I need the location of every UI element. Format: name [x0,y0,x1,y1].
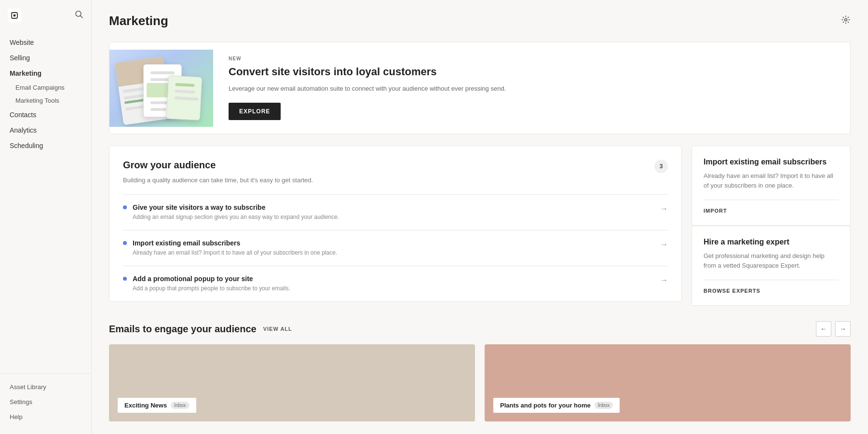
emails-header: Emails to engage your audience VIEW ALL … [109,321,851,337]
hero-device-3 [166,75,203,121]
import-card-title: Import existing email subscribers [704,158,839,166]
import-link[interactable]: IMPORT [704,200,839,214]
sidebar-item-help[interactable]: Help [0,409,91,424]
sidebar-item-email-campaigns[interactable]: Email Campaigns [0,81,91,94]
emails-title: Emails to engage your audience [109,324,257,335]
emails-section: Emails to engage your audience VIEW ALL … [109,321,851,421]
browse-experts-link[interactable]: BROWSE EXPERTS [704,280,839,294]
audience-badge: 3 [654,160,668,173]
audience-dot-1 [123,205,127,209]
audience-description: Building a quality audience can take tim… [123,176,668,185]
audience-card: Grow your audience 3 Building a quality … [109,146,682,302]
audience-item-1-desc: Adding an email signup section gives you… [133,213,660,221]
email-card-1-label: Exciting News Inbox [118,398,196,413]
email-card-2-name: Plants and pots for your home [500,402,591,409]
hero-content: NEW Convert site visitors into loyal cus… [213,42,850,134]
main-content: Marketing [92,0,868,434]
page-title: Marketing [109,14,168,28]
sidebar-item-marketing[interactable]: Marketing [0,66,91,81]
svg-point-1 [14,14,16,17]
expert-card-title: Hire a marketing expert [704,238,839,246]
sidebar-item-marketing-tools[interactable]: Marketing Tools [0,94,91,107]
audience-item-3-desc: Add a popup that prompts people to subsc… [133,285,660,293]
sidebar-bottom: Asset Library Settings Help [0,373,91,434]
sidebar-item-scheduling[interactable]: Scheduling [0,138,91,153]
view-all-link[interactable]: VIEW ALL [263,326,292,332]
email-card-1[interactable]: Exciting News Inbox [109,344,475,421]
hero-image [109,50,213,127]
email-card-2-badge: Inbox [595,402,613,409]
page-header: Marketing [109,14,851,28]
expert-card-desc: Get professional marketing and design he… [704,251,839,270]
prev-button[interactable]: ← [816,321,831,337]
audience-item-2-title: Import existing email subscribers [133,239,660,247]
email-card-1-badge: Inbox [171,402,189,409]
next-button[interactable]: → [835,321,851,337]
audience-item-3-title: Add a promotional popup to your site [133,275,660,283]
settings-icon[interactable] [841,15,851,27]
audience-item-2-content: Import existing email subscribers Alread… [133,239,660,257]
side-column: Import existing email subscribers Alread… [692,146,851,306]
email-card-1-name: Exciting News [124,402,167,409]
audience-item-2-desc: Already have an email list? Import it to… [133,249,660,257]
email-cards: Exciting News Inbox Plants and pots for … [109,344,851,421]
emails-nav: ← → [816,321,851,337]
hero-banner: NEW Convert site visitors into loyal cus… [109,42,851,134]
search-icon[interactable] [75,10,83,21]
audience-item-3-content: Add a promotional popup to your site Add… [133,275,660,293]
arrow-icon-1: → [660,204,668,213]
hero-description: Leverage our new email automation suite … [229,84,835,94]
sidebar-item-settings[interactable]: Settings [0,394,91,409]
arrow-icon-3: → [660,276,668,285]
audience-item-3[interactable]: Add a promotional popup to your site Add… [123,266,668,301]
audience-item-1-content: Give your site visitors a way to subscri… [133,203,660,221]
audience-column: Grow your audience 3 Building a quality … [109,146,682,306]
audience-dot-3 [123,277,127,281]
arrow-icon-2: → [660,240,668,249]
sidebar-item-website[interactable]: Website [0,35,91,50]
audience-card-header: Grow your audience 3 [123,160,668,173]
expert-card: Hire a marketing expert Get professional… [692,226,851,306]
hero-badge: NEW [229,56,835,61]
audience-title: Grow your audience [123,160,216,171]
squarespace-logo [8,9,21,22]
email-card-2[interactable]: Plants and pots for your home Inbox [485,344,851,421]
audience-dot-2 [123,241,127,245]
sidebar-item-analytics[interactable]: Analytics [0,122,91,138]
sidebar-header [0,0,91,31]
email-card-2-label: Plants and pots for your home Inbox [493,398,620,413]
sidebar-item-selling[interactable]: Selling [0,50,91,66]
sidebar-item-asset-library[interactable]: Asset Library [0,380,91,394]
audience-item-2[interactable]: Import existing email subscribers Alread… [123,230,668,266]
sidebar-item-contacts[interactable]: Contacts [0,107,91,122]
sidebar: Website Selling Marketing Email Campaign… [0,0,92,434]
audience-item-1-title: Give your site visitors a way to subscri… [133,203,660,211]
two-column-section: Grow your audience 3 Building a quality … [109,146,851,306]
audience-item-1[interactable]: Give your site visitors a way to subscri… [123,194,668,230]
hero-title: Convert site visitors into loyal custome… [229,65,835,79]
sidebar-nav: Website Selling Marketing Email Campaign… [0,31,91,373]
import-card-desc: Already have an email list? Import it to… [704,171,839,190]
import-card: Import existing email subscribers Alread… [692,146,851,226]
svg-point-4 [845,19,847,21]
svg-line-3 [81,16,83,18]
explore-button[interactable]: EXPLORE [229,103,281,120]
